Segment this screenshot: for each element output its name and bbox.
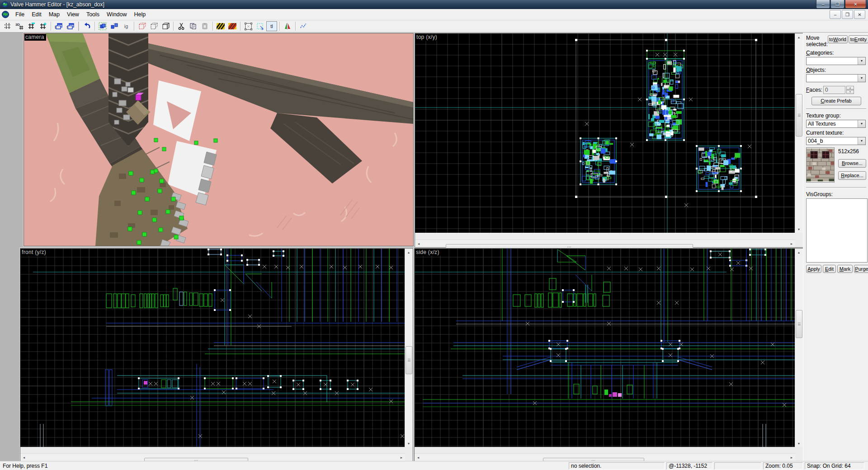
larger-grid-button[interactable]: [38, 21, 48, 31]
spin-up-icon[interactable]: ▲: [846, 86, 854, 90]
chevron-down-icon[interactable]: ▼: [858, 57, 865, 65]
ignore-groups-button[interactable]: ig: [121, 21, 132, 31]
flip-objects-button[interactable]: [282, 21, 293, 31]
menu-edit[interactable]: Edit: [28, 10, 45, 19]
close-button[interactable]: ✕: [845, 0, 866, 9]
visgroups-list[interactable]: [806, 198, 868, 263]
current-texture-dropdown[interactable]: 004_b ▼: [806, 137, 866, 145]
run-map-button[interactable]: [298, 21, 309, 31]
vscroll-thumb[interactable]: ☰: [796, 94, 802, 136]
title-bar[interactable]: Valve Hammer Editor - [kz_abson_dox] – ❐…: [0, 0, 868, 9]
hollow-button[interactable]: [137, 21, 147, 31]
zoom-to-selection-button[interactable]: [255, 21, 265, 31]
mdi-minimize-button[interactable]: –: [830, 10, 841, 19]
texture-scale-lock-button[interactable]: [227, 21, 238, 31]
scroll-left-icon[interactable]: ◄: [415, 454, 422, 461]
menu-window[interactable]: Window: [103, 10, 130, 19]
select-box-button[interactable]: [243, 21, 254, 31]
make-solid-button[interactable]: [160, 21, 171, 31]
zoom-selection-icon: [256, 23, 264, 30]
scroll-down-icon[interactable]: ▼: [405, 440, 412, 447]
ungroup-icon: [110, 22, 118, 30]
side-viewport[interactable]: side (x/z) ▲ ☰ ▼ ◄ ||| ►: [414, 248, 803, 461]
current-texture-label: Current texture:: [806, 130, 866, 136]
front-viewport-canvas[interactable]: [20, 249, 405, 447]
create-prefab-button[interactable]: Create Prefab: [811, 97, 861, 105]
carve-button[interactable]: [148, 21, 159, 31]
vscroll-thumb[interactable]: ☰: [406, 346, 412, 374]
replace-button[interactable]: Replace...: [838, 171, 866, 180]
cut-button[interactable]: [176, 21, 187, 31]
hammer-editor-window: Valve Hammer Editor - [kz_abson_dox] – ❐…: [0, 0, 868, 470]
texture-lock-button[interactable]: [215, 21, 226, 31]
close-icon: ✕: [854, 2, 857, 7]
to-world-button[interactable]: toWorld: [828, 35, 848, 43]
copy-button[interactable]: [188, 21, 198, 31]
texture-group-dropdown[interactable]: All Textures ▼: [806, 120, 866, 128]
mdi-restore-button[interactable]: ❐: [842, 10, 853, 19]
categories-dropdown[interactable]: ▼: [806, 57, 866, 65]
camera-viewport[interactable]: camera: [24, 33, 414, 246]
scroll-down-icon[interactable]: ▼: [795, 440, 802, 447]
minimize-button[interactable]: –: [816, 0, 830, 9]
menu-tools[interactable]: Tools: [83, 10, 103, 19]
toggle-grid-button[interactable]: [2, 21, 13, 31]
scroll-down-icon[interactable]: ▼: [795, 226, 802, 233]
ignore-groups-icon: ig: [124, 24, 128, 29]
purge-button[interactable]: Purge: [854, 265, 868, 273]
menu-bar: File Edit Map View Tools Window Help – ❐…: [0, 9, 868, 20]
paste-button[interactable]: [199, 21, 210, 31]
mark-button[interactable]: Mark: [837, 265, 853, 273]
chevron-down-icon[interactable]: ▼: [858, 75, 865, 82]
apply-button[interactable]: Apply: [806, 265, 821, 273]
menu-view[interactable]: View: [63, 10, 83, 19]
chevron-down-icon[interactable]: ▼: [858, 120, 865, 127]
texture-lock-toggle-button[interactable]: tl: [266, 21, 277, 31]
scroll-left-icon[interactable]: ◄: [415, 240, 422, 247]
load-window-state-button[interactable]: L: [53, 21, 64, 31]
menu-file[interactable]: File: [12, 10, 28, 19]
scroll-up-icon[interactable]: ▲: [795, 249, 802, 256]
front-viewport-hscrollbar[interactable]: ◄ ||| ►: [20, 453, 405, 461]
chevron-down-icon[interactable]: ▼: [858, 137, 865, 145]
group-button[interactable]: [97, 21, 108, 31]
camera-3d-render[interactable]: [24, 33, 413, 246]
top-viewport-hscrollbar[interactable]: ◄ ||| ►: [415, 240, 795, 247]
menu-help[interactable]: Help: [131, 10, 150, 19]
spin-down-icon[interactable]: ▼: [846, 90, 854, 94]
scroll-right-icon[interactable]: ►: [398, 454, 405, 461]
grip-icon: ☰: [797, 322, 801, 326]
menu-map[interactable]: Map: [45, 10, 63, 19]
categories-label: Categories:: [806, 50, 866, 56]
save-window-state-button[interactable]: s: [65, 21, 76, 31]
edit-button[interactable]: Edit: [823, 265, 836, 273]
top-viewport-canvas[interactable]: [415, 33, 795, 233]
front-viewport[interactable]: front (y/z) ▲ ☰ ▼ ◄ ||| ►: [20, 248, 413, 461]
scroll-up-icon[interactable]: ▲: [405, 249, 412, 256]
to-entity-button[interactable]: toEntity: [849, 35, 868, 43]
objects-dropdown[interactable]: ▼: [806, 74, 866, 82]
toggle-3d-grid-button[interactable]: 3D: [14, 21, 25, 31]
front-viewport-vscrollbar[interactable]: ▲ ☰ ▼: [405, 249, 413, 447]
top-viewport-vscrollbar[interactable]: ▲ ☰ ▼: [795, 33, 803, 233]
faces-spinner[interactable]: ▲ ▼: [846, 86, 854, 94]
faces-input[interactable]: 0: [823, 86, 845, 94]
side-viewport-canvas[interactable]: [415, 249, 795, 447]
top-viewport[interactable]: top (x/y) ▲ ☰ ▼ ◄ ||| ►: [415, 33, 803, 248]
smaller-grid-button[interactable]: [26, 21, 37, 31]
vscroll-thumb[interactable]: ☰: [796, 310, 802, 338]
side-viewport-hscrollbar[interactable]: ◄ ||| ►: [415, 453, 795, 461]
scroll-up-icon[interactable]: ▲: [795, 33, 802, 41]
scroll-left-icon[interactable]: ◄: [20, 454, 28, 461]
ungroup-button[interactable]: [109, 21, 120, 31]
side-viewport-vscrollbar[interactable]: ▲ ☰ ▼: [795, 249, 803, 447]
scroll-right-icon[interactable]: ►: [788, 240, 795, 247]
mdi-close-button[interactable]: ✕: [854, 10, 865, 19]
texture-preview: [806, 147, 835, 183]
scroll-right-icon[interactable]: ►: [788, 454, 795, 461]
grid-icon: [4, 23, 11, 30]
status-coordinates: @-11328, -1152: [666, 462, 712, 470]
undo-button[interactable]: [81, 21, 92, 31]
browse-button[interactable]: Browse...: [838, 159, 866, 168]
maximize-button[interactable]: ❐: [830, 0, 844, 9]
